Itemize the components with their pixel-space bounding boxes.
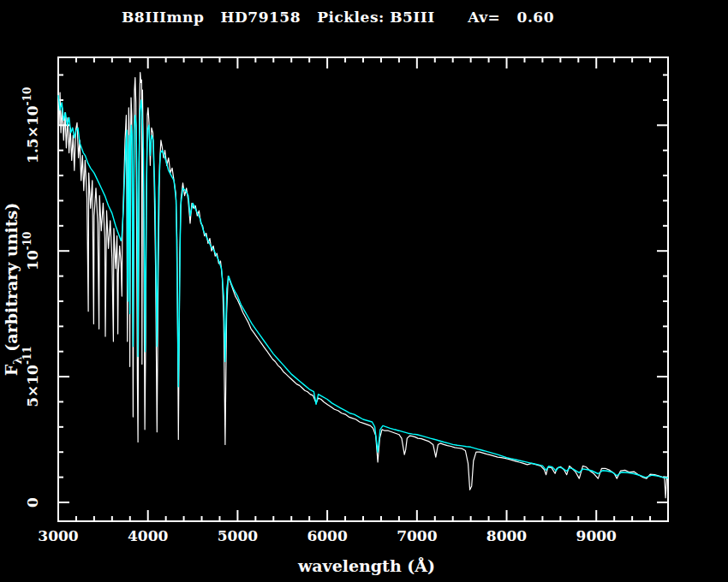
spectrum-plot: 3000400050006000700080009000 05×10-1110-… (0, 0, 728, 582)
y-tick-label: 1.5×10-10 (21, 87, 41, 163)
x-tick-label: 7000 (397, 527, 437, 544)
template-spectrum-line (58, 95, 668, 478)
x-tick-labels: 3000400050006000700080009000 (38, 527, 617, 544)
x-tick-label: 6000 (307, 527, 347, 544)
y-tick-label: 5×10-11 (21, 346, 41, 407)
plot-frame (58, 57, 668, 521)
y-tick-labels: 05×10-1110-101.5×10-10 (21, 87, 41, 508)
x-tick-label: 8000 (486, 527, 527, 544)
spectrum-viewer-window: B8IIImnp HD79158 Pickles: B5III Av= 0.60… (0, 0, 728, 582)
x-tick-label: 4000 (128, 527, 168, 544)
axis-ticks (58, 57, 668, 521)
y-tick-label: 0 (24, 497, 41, 508)
x-tick-label: 3000 (38, 527, 78, 544)
x-axis-title: wavelength (Å) (297, 556, 435, 575)
x-tick-label: 9000 (576, 527, 617, 544)
y-tick-label: 10-10 (21, 232, 41, 270)
x-tick-label: 5000 (218, 527, 258, 544)
